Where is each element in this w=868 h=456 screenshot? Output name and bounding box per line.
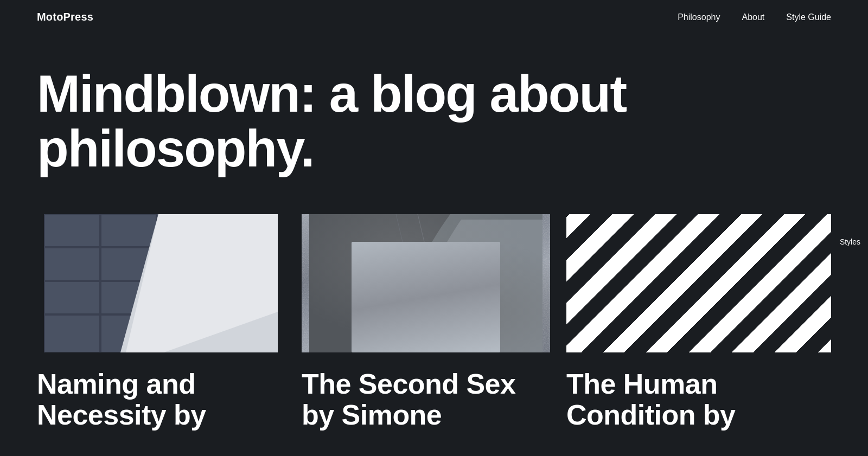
card-2-image [302,214,550,352]
card-2-img-graphic [302,214,550,352]
site-logo[interactable]: MotoPress [37,11,93,23]
styles-button[interactable]: Styles [832,233,868,251]
svg-rect-13 [309,214,542,352]
card-3-title[interactable]: The Human Condition by [566,369,831,431]
svg-rect-20 [582,214,815,352]
hero-title: Mindblown: a blog about philosophy. [37,67,634,176]
nav-item-philosophy[interactable]: Philosophy [678,12,720,22]
card-1: Naming and Necessity by [37,214,302,431]
card-3-image [566,214,831,352]
svg-rect-12 [309,214,542,352]
card-1-image [37,214,285,352]
svg-line-15 [396,214,429,352]
navigation: MotoPress Philosophy About Style Guide [0,0,868,34]
svg-rect-14 [309,214,542,352]
svg-line-16 [418,214,450,352]
cards-grid: Naming and Necessity by [0,214,868,431]
nav-link-about[interactable]: About [742,12,764,22]
nav-item-about[interactable]: About [742,12,764,22]
svg-rect-19 [582,214,815,352]
svg-rect-3 [101,214,156,247]
card-3-img-graphic [566,214,831,352]
nav-item-style-guide[interactable]: Style Guide [786,12,831,22]
card-1-title[interactable]: Naming and Necessity by [37,369,285,431]
nav-links: Philosophy About Style Guide [678,12,831,22]
svg-rect-6 [44,281,100,314]
card-1-img-graphic [37,214,285,352]
nav-link-style-guide[interactable]: Style Guide [786,12,831,22]
hero-section: Mindblown: a blog about philosophy. [0,34,868,209]
nav-link-philosophy[interactable]: Philosophy [678,12,720,22]
svg-rect-2 [44,214,100,247]
svg-rect-4 [44,248,100,280]
card-3: The Human Condition by [566,214,831,431]
svg-rect-8 [44,315,100,352]
card-2-title[interactable]: The Second Sex by Simone [302,369,550,431]
card-2: The Second Sex by Simone [302,214,566,431]
